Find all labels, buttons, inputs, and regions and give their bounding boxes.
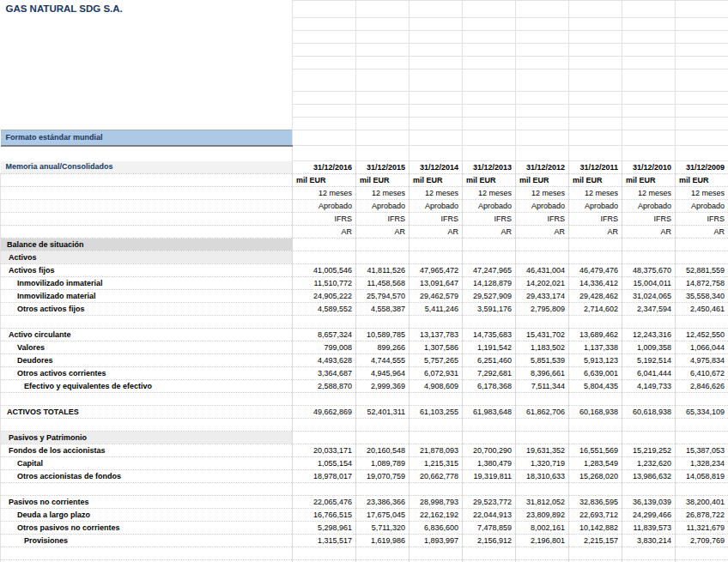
value-cell[interactable] <box>569 432 622 444</box>
value-cell[interactable]: 46,431,004 <box>516 264 569 277</box>
value-cell[interactable]: 4,493,628 <box>293 354 356 367</box>
value-cell[interactable] <box>463 547 516 560</box>
value-cell[interactable]: 65,334,109 <box>676 406 728 419</box>
value-cell[interactable]: 12,452,550 <box>676 329 728 341</box>
value-cell[interactable]: 1,089,789 <box>356 457 410 470</box>
empty-cell[interactable] <box>676 44 728 57</box>
row-label-cell[interactable] <box>1 316 293 329</box>
empty-cell[interactable] <box>410 1 463 18</box>
value-cell[interactable] <box>569 547 622 560</box>
value-cell[interactable]: 1,315,517 <box>293 535 356 547</box>
empty-cell[interactable] <box>293 146 356 161</box>
value-cell[interactable] <box>463 432 516 444</box>
value-cell[interactable]: 11,510,772 <box>293 277 356 290</box>
empty-cell[interactable] <box>410 57 463 69</box>
date-header-cell[interactable]: 31/12/2011 <box>569 161 622 174</box>
value-cell[interactable]: 23,809,892 <box>516 509 569 522</box>
value-cell[interactable] <box>676 483 728 496</box>
value-cell[interactable] <box>622 483 676 496</box>
value-cell[interactable] <box>676 432 728 444</box>
approval-cell[interactable]: Aprobado <box>463 200 516 213</box>
filing-cell[interactable]: AR <box>463 226 516 239</box>
empty-cell[interactable] <box>463 105 516 118</box>
value-cell[interactable] <box>516 432 569 444</box>
filing-cell[interactable]: AR <box>293 226 356 239</box>
empty-cell[interactable] <box>463 130 516 146</box>
value-cell[interactable]: 2,846,626 <box>676 380 728 393</box>
value-cell[interactable] <box>410 393 463 406</box>
empty-cell[interactable] <box>356 118 410 130</box>
empty-cell[interactable] <box>622 118 676 130</box>
value-cell[interactable]: 19,070,759 <box>356 470 410 483</box>
value-cell[interactable]: 60,168,938 <box>569 406 622 419</box>
row-label-cell[interactable] <box>1 174 293 187</box>
value-cell[interactable] <box>293 432 356 444</box>
value-cell[interactable]: 7,478,859 <box>463 522 516 535</box>
value-cell[interactable]: 7,292,681 <box>463 367 516 380</box>
value-cell[interactable] <box>410 239 463 251</box>
empty-cell[interactable] <box>356 44 410 57</box>
empty-cell[interactable] <box>356 69 410 92</box>
value-cell[interactable] <box>569 316 622 329</box>
empty-cell[interactable] <box>463 1 516 18</box>
value-cell[interactable] <box>410 251 463 264</box>
value-cell[interactable]: 1,191,542 <box>463 341 516 354</box>
row-label-cell[interactable] <box>1 200 293 213</box>
value-cell[interactable]: 7,511,344 <box>516 380 569 393</box>
row-label-cell[interactable] <box>1 483 293 496</box>
value-cell[interactable]: 6,041,444 <box>622 367 676 380</box>
approval-cell[interactable]: Aprobado <box>516 200 569 213</box>
value-cell[interactable]: 1,137,338 <box>569 341 622 354</box>
value-cell[interactable]: 1,066,044 <box>676 341 728 354</box>
value-cell[interactable]: 13,689,462 <box>569 329 622 341</box>
value-cell[interactable]: 4,744,555 <box>356 354 410 367</box>
value-cell[interactable]: 1,009,358 <box>622 341 676 354</box>
value-cell[interactable] <box>622 432 676 444</box>
value-cell[interactable] <box>293 393 356 406</box>
period-cell[interactable]: 12 meses <box>356 187 410 200</box>
filing-cell[interactable]: AR <box>356 226 410 239</box>
period-cell[interactable]: 12 meses <box>463 187 516 200</box>
filing-cell[interactable]: AR <box>516 226 569 239</box>
value-cell[interactable]: 48,375,670 <box>622 264 676 277</box>
row-label-cell[interactable] <box>1 547 293 560</box>
value-cell[interactable]: 29,428,462 <box>569 290 622 303</box>
empty-cell[interactable] <box>516 44 569 57</box>
empty-cell[interactable] <box>516 118 569 130</box>
value-cell[interactable]: 60,618,938 <box>622 406 676 419</box>
empty-cell[interactable] <box>410 130 463 146</box>
standard-cell[interactable]: IFRS <box>622 213 676 226</box>
value-cell[interactable]: 2,156,912 <box>463 535 516 547</box>
empty-cell[interactable] <box>293 18 356 31</box>
unit-cell[interactable]: mil EUR <box>356 174 410 187</box>
value-cell[interactable]: 29,523,772 <box>463 496 516 509</box>
value-cell[interactable]: 18,978,017 <box>293 470 356 483</box>
empty-cell[interactable] <box>622 31 676 44</box>
empty-cell[interactable] <box>516 105 569 118</box>
value-cell[interactable]: 4,558,387 <box>356 303 410 316</box>
empty-cell[interactable] <box>622 44 676 57</box>
value-cell[interactable]: 11,839,573 <box>622 522 676 535</box>
value-cell[interactable] <box>569 251 622 264</box>
approval-cell[interactable]: Aprobado <box>676 200 728 213</box>
date-header-cell[interactable]: 31/12/2012 <box>516 161 569 174</box>
value-cell[interactable]: 18,310,633 <box>516 470 569 483</box>
value-cell[interactable]: 4,589,552 <box>293 303 356 316</box>
empty-cell[interactable] <box>622 57 676 69</box>
empty-cell[interactable] <box>676 118 728 130</box>
value-cell[interactable]: 41,811,526 <box>356 264 410 277</box>
empty-cell[interactable] <box>622 146 676 161</box>
value-cell[interactable]: 14,202,021 <box>516 277 569 290</box>
empty-cell[interactable] <box>293 92 356 105</box>
empty-cell[interactable] <box>516 146 569 161</box>
value-cell[interactable] <box>516 251 569 264</box>
empty-cell[interactable] <box>516 57 569 69</box>
empty-cell[interactable] <box>569 92 622 105</box>
value-cell[interactable]: 15,219,252 <box>622 444 676 457</box>
value-cell[interactable]: 3,830,214 <box>622 535 676 547</box>
value-cell[interactable]: 1,232,620 <box>622 457 676 470</box>
empty-label-cell[interactable] <box>1 105 293 118</box>
value-cell[interactable]: 16,551,569 <box>569 444 622 457</box>
empty-cell[interactable] <box>676 1 728 18</box>
value-cell[interactable] <box>622 547 676 560</box>
